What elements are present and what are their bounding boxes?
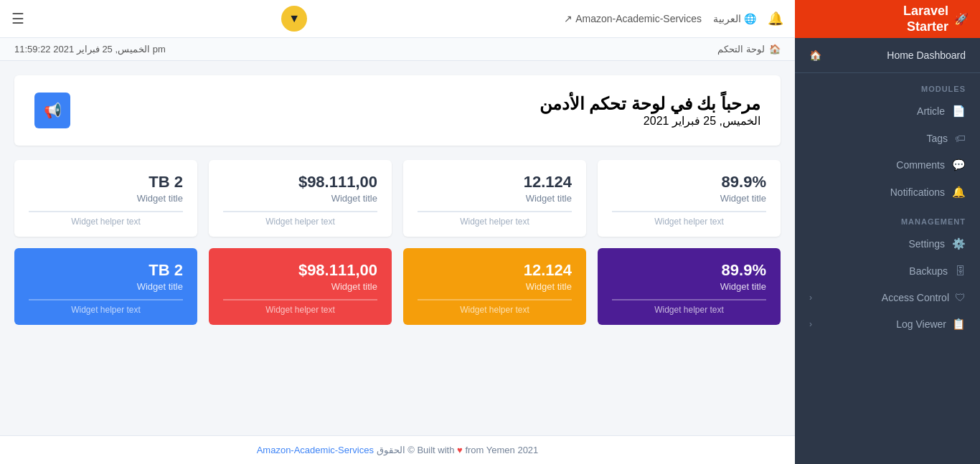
sidebar-item-settings[interactable]: Settings ⚙️ xyxy=(795,230,980,257)
megaphone-icon: 📢 xyxy=(44,102,62,119)
widget-white-4: 89.9% Widget title Widget helper text xyxy=(598,160,781,237)
sidebar-item-article[interactable]: Article 📄 xyxy=(795,98,980,125)
comments-icon: 💬 xyxy=(952,158,966,171)
brand-name: LaravelStarter xyxy=(903,4,948,34)
sidebar-item-home[interactable]: Home Dashboard 🏠 xyxy=(795,38,980,73)
widget-title-4: Widget title xyxy=(612,193,766,204)
widget-helper-3: Widget helper text xyxy=(418,217,572,227)
sidebar-item-notifications[interactable]: Notifications 🔔 xyxy=(795,179,980,206)
widget-colored-title-3: Widget title xyxy=(418,281,572,292)
sidebar-item-tags[interactable]: Tags 🏷 xyxy=(795,125,980,151)
access-control-label: Access Control xyxy=(882,292,949,303)
article-label: Article xyxy=(809,105,945,117)
widget-divider-1 xyxy=(29,211,183,212)
navbar-center: ▼ xyxy=(281,6,307,32)
widget-colored-divider-1 xyxy=(29,299,183,300)
widget-colored-title-1: Widget title xyxy=(29,281,183,292)
navbar-logo: ▼ xyxy=(281,6,307,32)
log-viewer-arrow: › xyxy=(809,319,812,329)
management-section-label: MANAGEMENT xyxy=(795,206,980,230)
widget-value-4: 89.9% xyxy=(612,173,766,191)
widget-colored-1: TB 2 Widget title Widget helper text xyxy=(14,248,197,325)
widget-divider-4 xyxy=(612,211,766,212)
widget-value-1: TB 2 xyxy=(29,173,183,191)
footer-from: from Yemen xyxy=(465,445,514,455)
breadcrumb: 🏠 لوحة التحكم الخميس, 25 فبراير 2021 11:… xyxy=(0,38,795,61)
widget-value-2: $98.111,00 xyxy=(223,173,377,191)
log-viewer-label: Log Viewer xyxy=(896,318,946,330)
widget-title-2: Widget title xyxy=(223,193,377,204)
tags-icon: 🏷 xyxy=(955,132,966,144)
footer: Built with ♥ from Yemen 2021 © الحقوق Am… xyxy=(0,435,795,464)
widget-colored-value-1: TB 2 xyxy=(29,261,183,280)
footer-link[interactable]: Amazon-Academic-Services xyxy=(257,445,374,455)
notifications-label: Notifications xyxy=(809,186,945,198)
article-icon: 📄 xyxy=(952,105,966,118)
footer-built: Built with xyxy=(417,445,454,455)
sidebar-item-comments[interactable]: Comments 💬 xyxy=(795,151,980,179)
welcome-title: مرحباً بك في لوحة تحكم الأدمن xyxy=(85,94,760,114)
widget-colored-helper-2: Widget helper text xyxy=(223,305,377,315)
home-label: Home Dashboard xyxy=(887,49,966,61)
navbar-left: ☰ xyxy=(11,10,24,27)
widget-colored-2: $98.111,00 Widget title Widget helper te… xyxy=(209,248,392,325)
comments-label: Comments xyxy=(809,159,945,171)
widgets-row-colored: TB 2 Widget title Widget helper text $98… xyxy=(14,248,781,325)
home-icon: 🏠 xyxy=(809,49,821,61)
widget-colored-3: 12.124 Widget title Widget helper text xyxy=(403,248,586,325)
backups-label: Backups xyxy=(809,265,948,277)
widget-colored-title-2: Widget title xyxy=(223,281,377,292)
welcome-subtitle: الخميس, 25 فبراير 2021 xyxy=(85,114,760,128)
globe-icon: 🌐 xyxy=(744,13,756,24)
current-datetime: الخميس, 25 فبراير 2021 11:59:22 pm xyxy=(14,44,166,55)
widget-white-2: $98.111,00 Widget title Widget helper te… xyxy=(209,160,392,237)
widget-colored-helper-1: Widget helper text xyxy=(29,305,183,315)
bell-icon[interactable]: 🔔 xyxy=(768,11,783,27)
logo-icon: ▼ xyxy=(288,12,300,25)
widget-helper-2: Widget helper text xyxy=(223,217,377,227)
notifications-icon: 🔔 xyxy=(952,186,966,199)
log-viewer-icon: 📋 xyxy=(952,318,966,331)
content-area: مرحباً بك في لوحة تحكم الأدمن الخميس, 25… xyxy=(0,61,795,435)
language-label: العربية xyxy=(713,13,741,24)
external-link-icon: ↗ xyxy=(564,13,573,24)
sidebar-item-access-control[interactable]: › Access Control 🛡 xyxy=(795,284,980,311)
home-breadcrumb-icon: 🏠 xyxy=(769,44,781,55)
widget-colored-4: 89.9% Widget title Widget helper text xyxy=(598,248,781,325)
footer-rights: الحقوق xyxy=(377,445,405,455)
sidebar-item-backups[interactable]: Backups 🗄 xyxy=(795,257,980,284)
widget-colored-value-3: 12.124 xyxy=(418,261,572,280)
main-content: ☰ ▼ 🔔 🌐 العربية Amazon-Academic-Services… xyxy=(0,0,795,464)
widget-colored-value-4: 89.9% xyxy=(612,261,766,280)
navbar-right: 🔔 🌐 العربية Amazon-Academic-Services ↗ xyxy=(564,11,783,27)
access-control-arrow: › xyxy=(809,293,812,303)
widget-helper-1: Widget helper text xyxy=(29,217,183,227)
tags-label: Tags xyxy=(809,133,948,144)
sidebar: 🚀 LaravelStarter Home Dashboard 🏠 MODULE… xyxy=(795,0,980,464)
service-link[interactable]: Amazon-Academic-Services ↗ xyxy=(564,13,702,24)
widget-colored-divider-4 xyxy=(612,299,766,300)
widget-colored-divider-3 xyxy=(418,299,572,300)
sidebar-item-log-viewer[interactable]: › Log Viewer 📋 xyxy=(795,311,980,338)
welcome-card: مرحباً بك في لوحة تحكم الأدمن الخميس, 25… xyxy=(14,75,781,146)
widget-title-3: Widget title xyxy=(418,193,572,204)
widget-white-1: TB 2 Widget title Widget helper text xyxy=(14,160,197,237)
settings-icon: ⚙️ xyxy=(952,237,966,250)
widget-divider-3 xyxy=(418,211,572,212)
widget-white-3: 12.124 Widget title Widget helper text xyxy=(403,160,586,237)
widgets-row-white: TB 2 Widget title Widget helper text $98… xyxy=(14,160,781,237)
widget-colored-helper-4: Widget helper text xyxy=(612,305,766,315)
widget-value-3: 12.124 xyxy=(418,173,572,191)
widget-title-1: Widget title xyxy=(29,193,183,204)
navbar: ☰ ▼ 🔔 🌐 العربية Amazon-Academic-Services… xyxy=(0,0,795,38)
breadcrumb-dashboard: لوحة التحكم xyxy=(717,44,765,55)
brand-logo[interactable]: 🚀 LaravelStarter xyxy=(795,0,980,38)
widget-colored-value-2: $98.111,00 xyxy=(223,261,377,280)
language-switcher[interactable]: 🌐 العربية xyxy=(713,13,756,24)
breadcrumb-link[interactable]: 🏠 لوحة التحكم xyxy=(717,44,781,55)
widget-divider-2 xyxy=(223,211,377,212)
widget-colored-helper-3: Widget helper text xyxy=(418,305,572,315)
menu-icon[interactable]: ☰ xyxy=(11,10,24,27)
modules-section-label: MODULES xyxy=(795,73,980,98)
welcome-icon-box: 📢 xyxy=(34,93,70,128)
